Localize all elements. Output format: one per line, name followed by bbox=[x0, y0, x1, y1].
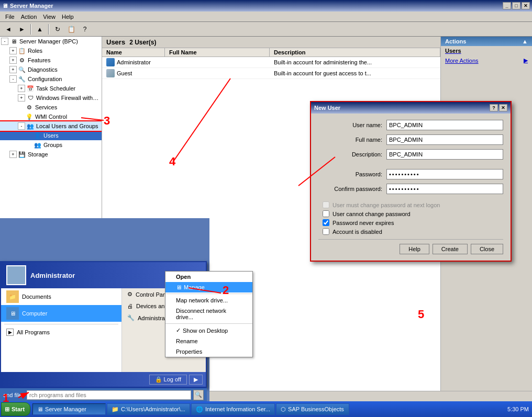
taskbar-server-manager[interactable]: 🖥 Server Manager bbox=[32, 403, 106, 415]
tree-item-configuration[interactable]: - 🔧 Configuration bbox=[0, 74, 102, 84]
taskbar-sap-icon: ⬡ bbox=[281, 406, 286, 413]
checkmark-icon: ✓ bbox=[176, 327, 181, 334]
description-input[interactable] bbox=[386, 149, 503, 160]
toggle-configuration[interactable]: - bbox=[9, 75, 17, 83]
menu-file[interactable]: File bbox=[2, 13, 18, 21]
minimize-button[interactable]: _ bbox=[503, 2, 511, 9]
tree-label-storage: Storage bbox=[28, 151, 48, 157]
toggle-roles[interactable]: + bbox=[9, 47, 17, 54]
fullname-input[interactable] bbox=[386, 134, 503, 145]
manage-icon: 🖥 bbox=[176, 284, 182, 290]
tree-item-task-scheduler[interactable]: + 📅 Task Scheduler bbox=[0, 84, 102, 93]
tree-label-services: Services bbox=[35, 104, 57, 110]
table-row[interactable]: Administrator Built-in account for admin… bbox=[102, 57, 440, 68]
tree-item-server-bpc[interactable]: - 🖥 Server Manager (BPC) bbox=[0, 37, 102, 46]
maximize-button[interactable]: □ bbox=[512, 2, 520, 9]
up-button[interactable]: ▲ bbox=[34, 24, 46, 35]
all-programs-label: All Programs bbox=[17, 329, 50, 335]
create-button[interactable]: Create bbox=[433, 244, 468, 254]
must-change-checkbox[interactable] bbox=[323, 201, 329, 208]
col-name[interactable]: Name bbox=[102, 48, 165, 57]
users-title: Users bbox=[106, 38, 125, 46]
toggle-features[interactable]: + bbox=[9, 57, 17, 64]
control-panel-icon: ⚙ bbox=[127, 291, 132, 298]
tree-label-features: Features bbox=[28, 57, 50, 63]
col-desc[interactable]: Description bbox=[270, 48, 440, 57]
tree-item-local-users[interactable]: - 👥 Local Users and Groups bbox=[0, 121, 102, 131]
start-all-programs[interactable]: ▶ All Programs bbox=[1, 326, 121, 338]
toggle-diagnostics[interactable]: + bbox=[9, 66, 17, 73]
shutdown-arrow-button[interactable]: ▶ bbox=[189, 375, 203, 385]
tree-item-roles[interactable]: + 📋 Roles bbox=[0, 46, 102, 55]
password-input[interactable] bbox=[386, 169, 503, 179]
ctx-open[interactable]: Open bbox=[165, 272, 252, 282]
table-row[interactable]: Guest Built-in account for guest access … bbox=[102, 68, 440, 79]
cannot-change-checkbox[interactable] bbox=[323, 210, 329, 217]
back-button[interactable]: ◄ bbox=[2, 24, 15, 35]
taskbar-iis[interactable]: 🌐 Internet Information Ser... bbox=[191, 403, 275, 415]
must-change-label: User must change password at next logon bbox=[332, 202, 440, 208]
user-icon-guest bbox=[106, 69, 115, 77]
ctx-rename[interactable]: Rename bbox=[165, 336, 252, 346]
start-item-computer[interactable]: 🖥 Computer bbox=[1, 305, 121, 322]
toggle-firewall[interactable]: + bbox=[18, 94, 25, 102]
never-expires-checkbox[interactable] bbox=[323, 219, 329, 226]
ctx-properties[interactable]: Properties bbox=[165, 346, 252, 357]
toggle-task[interactable]: + bbox=[18, 85, 25, 92]
logoff-label: Log off bbox=[164, 376, 181, 382]
dialog-help-btn[interactable]: ? bbox=[490, 104, 498, 111]
toggle-storage[interactable]: + bbox=[9, 151, 17, 158]
tree-item-storage[interactable]: + 💾 Storage bbox=[0, 150, 102, 159]
username-label: User name: bbox=[318, 122, 386, 128]
disabled-checkbox[interactable] bbox=[323, 228, 329, 235]
help-button[interactable]: Help bbox=[400, 244, 429, 254]
menu-view[interactable]: View bbox=[40, 13, 59, 21]
start-item-documents[interactable]: 📁 Documents bbox=[1, 288, 121, 305]
tree-item-users[interactable]: 👤 Users bbox=[0, 131, 102, 140]
taskbar-sap-label: SAP BusinessObjects bbox=[288, 406, 344, 412]
taskbar-sap[interactable]: ⬡ SAP BusinessObjects bbox=[276, 403, 349, 415]
tree-item-groups[interactable]: 👥 Groups bbox=[0, 140, 102, 150]
dialog-separator bbox=[318, 239, 503, 240]
task-icon: 📅 bbox=[26, 84, 35, 93]
new-user-dialog: New User ? ✕ User name: Full name: Descr… bbox=[310, 101, 512, 262]
tree-item-services[interactable]: ⚙ Services bbox=[0, 103, 102, 112]
menu-help[interactable]: Help bbox=[59, 13, 77, 21]
diagnostics-icon: 🔍 bbox=[18, 65, 26, 74]
tree-item-diagnostics[interactable]: + 🔍 Diagnostics bbox=[0, 65, 102, 74]
username-input[interactable] bbox=[386, 120, 503, 130]
tree-label-wmi: WMI Control bbox=[35, 114, 67, 120]
tree-item-firewall[interactable]: + 🛡 Windows Firewall with Adva... bbox=[0, 93, 102, 103]
config-icon: 🔧 bbox=[18, 75, 26, 83]
tree-item-wmi[interactable]: 💡 WMI Control bbox=[0, 112, 102, 121]
forward-button[interactable]: ► bbox=[16, 24, 28, 35]
taskbar: ⊞ Start 🖥 Server Manager 📁 C:\Users\Admi… bbox=[0, 401, 532, 417]
start-button[interactable]: ⊞ Start bbox=[1, 402, 30, 416]
logoff-button[interactable]: 🔒 Log off bbox=[149, 375, 187, 385]
search-input[interactable] bbox=[27, 390, 191, 400]
export-button[interactable]: 📋 bbox=[65, 24, 77, 35]
refresh-button[interactable]: ↻ bbox=[51, 24, 64, 35]
actions-collapse-icon[interactable]: ▲ bbox=[522, 38, 528, 44]
more-actions-link[interactable]: More Actions ▶ bbox=[441, 55, 532, 65]
ctx-disconnect-drive[interactable]: Disconnect network drive... bbox=[165, 306, 252, 322]
close-dialog-button[interactable]: Close bbox=[471, 244, 503, 254]
col-fullname[interactable]: Full Name bbox=[165, 48, 270, 57]
menu-action[interactable]: Action bbox=[18, 13, 40, 21]
toggle-server-bpc[interactable]: - bbox=[1, 38, 8, 45]
close-button[interactable]: ✕ bbox=[522, 2, 530, 9]
taskbar-explorer[interactable]: 📁 C:\Users\Administrator\... bbox=[107, 403, 190, 415]
tree-item-features[interactable]: + ⚙ Features bbox=[0, 55, 102, 65]
search-button[interactable]: 🔍 bbox=[193, 390, 204, 400]
dialog-close-btn[interactable]: ✕ bbox=[499, 104, 507, 111]
confirm-password-input[interactable] bbox=[386, 184, 503, 194]
toggle-local-users[interactable]: - bbox=[18, 122, 25, 130]
taskbar-folder-icon: 📁 bbox=[112, 406, 119, 413]
ctx-show-desktop[interactable]: ✓ Show on Desktop bbox=[165, 325, 252, 336]
actions-header: Actions ▲ bbox=[441, 37, 532, 46]
admin-icon: 🔧 bbox=[127, 314, 135, 321]
help-tb-button[interactable]: ? bbox=[79, 24, 91, 35]
ctx-manage[interactable]: 🖥 Manage bbox=[165, 282, 252, 292]
ctx-map-drive[interactable]: Map network drive... bbox=[165, 295, 252, 306]
search-label: and files bbox=[3, 392, 25, 398]
